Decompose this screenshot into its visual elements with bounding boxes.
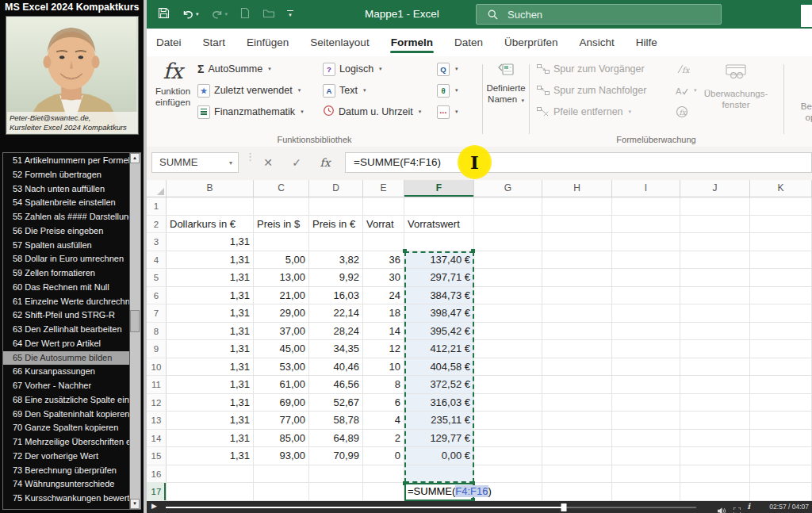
cell-K5[interactable] — [750, 269, 812, 287]
cell-C6[interactable]: 21,00 — [254, 287, 309, 305]
row-header-10[interactable]: 10 — [147, 358, 167, 377]
course-list-item[interactable]: 57 Spalten ausfüllen — [3, 239, 129, 253]
course-list-item[interactable]: 67 Vorher - Nachher — [3, 379, 129, 393]
cell-E4[interactable]: 36 — [363, 251, 404, 270]
cell-D8[interactable]: 28,24 — [309, 323, 363, 341]
cell-J1[interactable] — [680, 197, 750, 216]
seek-bar[interactable] — [166, 507, 696, 508]
cell-K12[interactable] — [750, 394, 812, 412]
tab-einfügen[interactable]: Einfügen — [247, 29, 289, 56]
watch-window-button[interactable]: Überwachungs-fenster — [702, 64, 770, 110]
course-list-item[interactable]: 66 Kursanpassungen — [3, 365, 129, 379]
cell-B2[interactable]: Dollarkurs in € — [167, 216, 254, 234]
cell-K14[interactable] — [750, 430, 812, 448]
cell-I13[interactable] — [612, 412, 680, 430]
cell-J16[interactable] — [680, 465, 750, 484]
tab-hilfe[interactable]: Hilfe — [636, 29, 657, 56]
cell-K13[interactable] — [750, 412, 812, 430]
course-list-item[interactable]: 63 Den Zellinhalt bearbeiten — [3, 323, 129, 337]
scroll-up-icon[interactable]: ▲ — [130, 153, 140, 163]
cell-G2[interactable] — [474, 216, 542, 234]
row-header-16[interactable]: 16 — [147, 465, 167, 484]
cell-C5[interactable]: 13,00 — [254, 269, 309, 287]
row-header-14[interactable]: 14 — [147, 430, 167, 448]
save-icon[interactable] — [158, 7, 170, 22]
course-list-item[interactable]: 59 Zellen formatieren — [3, 266, 129, 281]
cell-B10[interactable]: 1,31 — [167, 358, 254, 377]
date-time-button[interactable]: Datum u. Uhrzeit▾ — [323, 103, 421, 121]
cell-H17[interactable] — [542, 483, 612, 501]
row-header-4[interactable]: 4 — [147, 251, 167, 270]
cell-K8[interactable] — [750, 323, 812, 341]
cell-C3[interactable] — [254, 233, 309, 251]
cell-E3[interactable] — [363, 233, 404, 251]
course-list-item[interactable]: 52 Formeln übertragen — [3, 168, 129, 182]
cell-E12[interactable]: 6 — [363, 394, 404, 412]
cell-G11[interactable] — [474, 376, 542, 394]
cell-I8[interactable] — [612, 323, 680, 341]
cell-E15[interactable]: 0 — [363, 447, 404, 465]
cell-C17[interactable] — [254, 483, 309, 501]
cell-K1[interactable] — [750, 197, 812, 216]
cell-I16[interactable] — [612, 465, 680, 484]
enter-button[interactable]: ✓ — [288, 152, 305, 173]
cell-J15[interactable] — [680, 447, 750, 465]
row-header-13[interactable]: 13 — [147, 412, 167, 430]
cell-F7[interactable]: 398,47 € — [404, 304, 474, 323]
cell-E11[interactable]: 8 — [363, 376, 404, 394]
search-box[interactable]: Suchen — [476, 4, 722, 25]
cell-E1[interactable] — [363, 197, 404, 216]
cell-G13[interactable] — [474, 412, 542, 430]
cell-J3[interactable] — [680, 233, 750, 251]
row-header-9[interactable]: 9 — [147, 340, 167, 358]
row-header-6[interactable]: 6 — [147, 287, 167, 305]
cell-G8[interactable] — [474, 323, 542, 341]
cell-B14[interactable]: 1,31 — [167, 430, 254, 448]
trace-precedents-button[interactable]: Spur zum Vorgänger — [537, 60, 645, 78]
cell-H12[interactable] — [542, 394, 612, 412]
cell-H15[interactable] — [542, 447, 612, 465]
cell-G6[interactable] — [474, 287, 542, 305]
cell-K7[interactable] — [750, 304, 812, 323]
row-header-8[interactable]: 8 — [147, 323, 167, 341]
cell-K9[interactable] — [750, 340, 812, 358]
cell-F14[interactable]: 129,77 € — [404, 430, 474, 448]
new-file-icon[interactable] — [239, 7, 251, 22]
cell-J14[interactable] — [680, 430, 750, 448]
row-header-2[interactable]: 2 — [147, 216, 167, 234]
column-header-C[interactable]: C — [254, 180, 309, 197]
cell-J11[interactable] — [680, 376, 750, 394]
cell-D15[interactable]: 70,99 — [309, 447, 363, 465]
cell-B12[interactable]: 1,31 — [167, 394, 254, 412]
cell-D16[interactable] — [309, 465, 363, 484]
cell-G3[interactable] — [474, 233, 542, 251]
cell-C13[interactable]: 77,00 — [254, 412, 309, 430]
redo-icon[interactable]: ▾ — [211, 9, 228, 20]
cell-C12[interactable]: 69,00 — [254, 394, 309, 412]
row-header-1[interactable]: 1 — [147, 197, 167, 216]
cell-G1[interactable] — [474, 197, 542, 216]
cell-F4[interactable]: 137,40 € — [404, 251, 474, 270]
course-list-item[interactable]: 56 Die Preise eingeben — [3, 224, 129, 239]
cell-B8[interactable]: 1,31 — [167, 323, 254, 341]
calculation-options-button-cut[interactable]: Bere op — [791, 101, 812, 123]
tab-formeln[interactable]: Formeln — [391, 29, 433, 56]
financial-button[interactable]: Finanzmathematik▾ — [197, 103, 304, 121]
cell-F12[interactable]: 316,03 € — [404, 394, 474, 412]
info-icon[interactable]: i — [747, 502, 750, 511]
cell-I15[interactable] — [612, 447, 680, 465]
cell-E10[interactable]: 10 — [363, 358, 404, 377]
cell-E14[interactable]: 2 — [363, 430, 404, 448]
tab-daten[interactable]: Daten — [454, 29, 483, 56]
cell-I1[interactable] — [612, 197, 680, 216]
row-header-11[interactable]: 11 — [147, 376, 167, 394]
cell-E6[interactable]: 24 — [363, 287, 404, 305]
name-box-dropdown-icon[interactable]: ▾ — [229, 153, 232, 174]
cell-G14[interactable] — [474, 430, 542, 448]
cell-K17[interactable] — [750, 483, 812, 501]
cell-H16[interactable] — [542, 465, 612, 484]
customize-qat-icon[interactable]: ▾ — [287, 10, 293, 18]
cell-C7[interactable]: 29,00 — [254, 304, 309, 323]
cell-K15[interactable] — [750, 447, 812, 465]
cell-B11[interactable]: 1,31 — [167, 376, 254, 394]
